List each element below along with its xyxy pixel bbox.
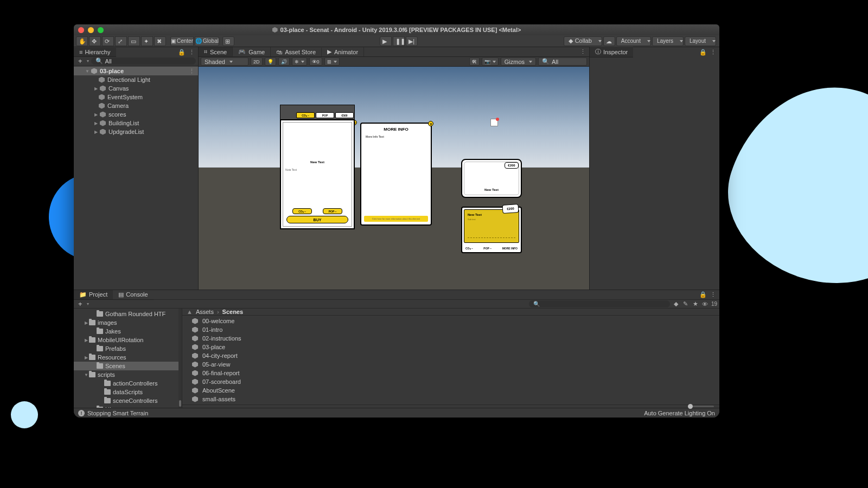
- folder-row[interactable]: ▶MobileUIRotation: [74, 336, 182, 344]
- canvas-shop-panel[interactable]: CO₂ – POP €500 ✕ New Text Note Text CO₂ …: [280, 105, 355, 229]
- tools-icon[interactable]: 🛠: [469, 57, 480, 66]
- canvas-card-white[interactable]: €200 New Text: [461, 159, 522, 198]
- camera-icon[interactable]: 📷: [482, 57, 499, 66]
- panel-menu-icon[interactable]: ⋮: [189, 49, 195, 56]
- toggle-2d[interactable]: 2D: [251, 57, 263, 66]
- folder-row[interactable]: Gotham Rounded HTF: [74, 310, 182, 318]
- asset-row[interactable]: AboutScene: [182, 386, 719, 395]
- asset-row[interactable]: 03-place: [182, 343, 719, 351]
- project-search[interactable]: 🔍: [529, 300, 670, 307]
- scene-viewport[interactable]: CO₂ – POP €500 ✕ New Text Note Text CO₂ …: [199, 67, 589, 290]
- filter-label-icon[interactable]: ✎: [682, 300, 690, 307]
- camera-gizmo-icon[interactable]: [490, 119, 498, 126]
- toggle-visibility-icon[interactable]: 👁0: [309, 57, 322, 66]
- toggle-lighting-icon[interactable]: 💡: [265, 57, 276, 66]
- asset-row[interactable]: 06-final-report: [182, 369, 719, 377]
- pause-button[interactable]: ❚❚: [393, 36, 405, 46]
- folder-row[interactable]: ▶images: [74, 318, 182, 327]
- shop-tab[interactable]: CO₂ –: [296, 112, 315, 118]
- scene-search[interactable]: 🔍All: [538, 57, 587, 66]
- scrollbar[interactable]: [178, 309, 182, 408]
- canvas-more-info-panel[interactable]: ✕ MORE INFO More Info Text Click here fo…: [360, 123, 432, 226]
- transform-tool[interactable]: ✦: [141, 36, 153, 46]
- folder-row-selected[interactable]: Scenes: [74, 362, 182, 370]
- canvas-card-yellow[interactable]: New Text Sub text €200 CO₂ – POP – MORE …: [461, 207, 522, 253]
- tab-animator[interactable]: ▶Animator: [322, 47, 364, 56]
- hierarchy-search[interactable]: 🔍All: [91, 57, 196, 65]
- lock-icon[interactable]: 🔒: [699, 49, 707, 56]
- asset-row[interactable]: 04-city-report: [182, 351, 719, 360]
- asset-list[interactable]: 00-welcome 01-intro 02-instructions 03-p…: [182, 316, 719, 404]
- layout-dropdown[interactable]: Layout: [685, 36, 716, 46]
- zoom-slider[interactable]: [688, 406, 714, 407]
- warning-icon[interactable]: !: [78, 410, 85, 416]
- info-bar[interactable]: Click here for more information about th…: [364, 216, 428, 222]
- hierarchy-item[interactable]: ▶UpdgradeList: [74, 127, 198, 136]
- folder-row[interactable]: actionControllers: [74, 379, 182, 388]
- rotate-tool[interactable]: ⟳: [102, 36, 114, 46]
- rect-tool[interactable]: ▭: [128, 36, 140, 46]
- gizmos-dropdown[interactable]: Gizmos: [501, 57, 536, 66]
- folder-row[interactable]: ▶Resources: [74, 353, 182, 362]
- toggle-audio-icon[interactable]: 🔊: [278, 57, 290, 66]
- asset-row[interactable]: 05-ar-view: [182, 360, 719, 369]
- tab-asset-store[interactable]: 🛍Asset Store: [271, 48, 322, 56]
- filter-type-icon[interactable]: ◆: [672, 300, 680, 307]
- tab-project[interactable]: 📁Project: [74, 290, 113, 300]
- close-badge-icon[interactable]: ✕: [428, 121, 433, 126]
- folder-row[interactable]: Jakes: [74, 327, 182, 336]
- stat-chip[interactable]: CO₂ –: [292, 208, 312, 214]
- folder-row[interactable]: sceneControllers: [74, 396, 182, 405]
- panel-menu-icon[interactable]: ⋮: [710, 49, 716, 56]
- shop-tab[interactable]: €500: [335, 112, 354, 118]
- pivot-global-button[interactable]: 🌐Global: [195, 36, 219, 46]
- asset-row[interactable]: 02-instructions: [182, 334, 719, 343]
- hand-tool[interactable]: ✋: [76, 36, 88, 46]
- folder-row[interactable]: ▼scripts: [74, 370, 182, 379]
- step-button[interactable]: ▶|: [406, 36, 418, 46]
- hierarchy-item[interactable]: EventSystem: [74, 93, 198, 101]
- project-folder-tree[interactable]: Gotham Rounded HTF ▶images Jakes ▶Mobile…: [74, 309, 182, 408]
- toggle-grid-icon[interactable]: ⊞: [324, 57, 340, 66]
- add-button[interactable]: +: [76, 57, 85, 65]
- hierarchy-tree[interactable]: ▼ 03-place ⋮ Directional Light ▶Canvas E…: [74, 66, 198, 290]
- crumb-leaf[interactable]: Scenes: [222, 309, 244, 315]
- collab-dropdown[interactable]: ◆Collab: [564, 36, 602, 46]
- account-dropdown[interactable]: Account: [616, 36, 651, 46]
- inspector-tab[interactable]: ⓘInspector: [590, 47, 633, 57]
- lock-icon[interactable]: 🔒: [699, 291, 707, 298]
- asset-row[interactable]: 07-scoreboard: [182, 377, 719, 386]
- asset-row[interactable]: 01-intro: [182, 325, 719, 334]
- stat-chip[interactable]: POP –: [323, 208, 342, 214]
- panel-menu-icon[interactable]: ⋮: [710, 291, 716, 298]
- hierarchy-item[interactable]: ▶Canvas: [74, 84, 198, 93]
- buy-button[interactable]: BUY: [286, 216, 348, 223]
- snap-button[interactable]: ⊞: [222, 36, 234, 46]
- hierarchy-item[interactable]: ▶BuildingList: [74, 119, 198, 127]
- cloud-button[interactable]: ☁: [603, 36, 615, 46]
- panel-menu-icon[interactable]: ⋮: [580, 48, 589, 55]
- draw-mode-dropdown[interactable]: Shaded: [201, 57, 248, 66]
- tab-console[interactable]: ▤Console: [113, 290, 153, 300]
- toggle-fx-icon[interactable]: ❄: [292, 57, 307, 66]
- tab-game[interactable]: 🎮Game: [233, 47, 271, 56]
- shop-tab[interactable]: POP: [316, 112, 334, 118]
- breadcrumb[interactable]: ▲ Assets › Scenes: [182, 309, 719, 316]
- move-tool[interactable]: ✥: [89, 36, 101, 46]
- asset-row[interactable]: small-assets: [182, 395, 719, 403]
- hierarchy-item[interactable]: Camera: [74, 101, 198, 110]
- scene-root[interactable]: ▼ 03-place ⋮: [74, 67, 198, 75]
- folder-row[interactable]: dataScripts: [74, 388, 182, 396]
- custom-tool[interactable]: ✖: [154, 36, 166, 46]
- add-button[interactable]: +: [76, 300, 85, 308]
- hidden-icon[interactable]: 👁: [701, 301, 709, 307]
- folder-row[interactable]: UI: [74, 405, 182, 408]
- crumb-root[interactable]: Assets: [196, 309, 214, 315]
- asset-row[interactable]: 00-welcome: [182, 317, 719, 325]
- scale-tool[interactable]: ⤢: [115, 36, 127, 46]
- hierarchy-tab[interactable]: ≡Hierarchy: [74, 48, 116, 57]
- scene-menu-icon[interactable]: ⋮: [189, 68, 198, 75]
- hierarchy-item[interactable]: ▶scores: [74, 110, 198, 119]
- favorite-icon[interactable]: ★: [692, 300, 699, 307]
- hierarchy-item[interactable]: Directional Light: [74, 75, 198, 84]
